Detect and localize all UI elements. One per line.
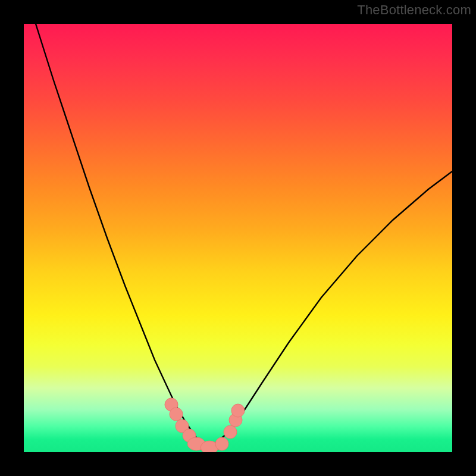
watermark: TheBottleneck.com [357,2,471,18]
curve-left [36,24,205,447]
trough-markers [165,398,245,452]
chart-svg [24,24,452,452]
trough-marker [215,437,228,450]
trough-marker [170,408,183,421]
trough-marker [231,404,245,417]
trough-marker [224,425,237,439]
plot-area [24,24,452,452]
